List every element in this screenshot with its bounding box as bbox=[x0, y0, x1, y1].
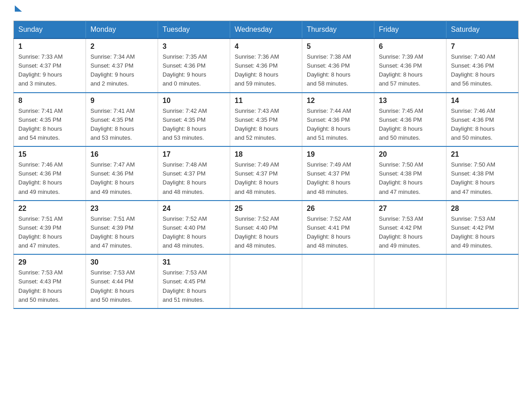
day-info: Sunrise: 7:53 AMSunset: 4:45 PMDaylight:… bbox=[163, 268, 225, 304]
day-info: Sunrise: 7:39 AMSunset: 4:36 PMDaylight:… bbox=[379, 52, 442, 89]
day-number: 26 bbox=[307, 205, 369, 213]
day-number: 11 bbox=[235, 97, 297, 105]
day-number: 28 bbox=[451, 205, 514, 213]
day-number: 2 bbox=[90, 43, 153, 51]
calendar-cell: 7Sunrise: 7:40 AMSunset: 4:36 PMDaylight… bbox=[446, 39, 519, 93]
weekday-header-monday: Monday bbox=[86, 21, 158, 39]
day-number: 23 bbox=[90, 205, 153, 213]
day-info: Sunrise: 7:33 AMSunset: 4:37 PMDaylight:… bbox=[18, 52, 81, 89]
day-number: 13 bbox=[379, 97, 442, 105]
day-number: 20 bbox=[379, 150, 442, 158]
day-number: 17 bbox=[163, 150, 225, 158]
day-info: Sunrise: 7:46 AMSunset: 4:36 PMDaylight:… bbox=[451, 107, 514, 143]
day-info: Sunrise: 7:47 AMSunset: 4:36 PMDaylight:… bbox=[90, 160, 153, 197]
day-info: Sunrise: 7:38 AMSunset: 4:36 PMDaylight:… bbox=[307, 52, 369, 89]
calendar-cell: 4Sunrise: 7:36 AMSunset: 4:36 PMDaylight… bbox=[230, 39, 302, 93]
weekday-header-sunday: Sunday bbox=[14, 21, 86, 39]
calendar-cell bbox=[446, 254, 519, 308]
day-number: 8 bbox=[18, 97, 81, 105]
day-info: Sunrise: 7:50 AMSunset: 4:38 PMDaylight:… bbox=[451, 160, 514, 197]
calendar-cell: 13Sunrise: 7:45 AMSunset: 4:36 PMDayligh… bbox=[374, 93, 446, 147]
day-info: Sunrise: 7:43 AMSunset: 4:35 PMDaylight:… bbox=[235, 107, 297, 143]
day-number: 18 bbox=[235, 150, 297, 158]
calendar-cell: 2Sunrise: 7:34 AMSunset: 4:37 PMDaylight… bbox=[86, 39, 158, 93]
calendar-cell: 17Sunrise: 7:48 AMSunset: 4:37 PMDayligh… bbox=[158, 146, 230, 201]
day-number: 3 bbox=[163, 43, 225, 51]
day-number: 12 bbox=[307, 97, 369, 105]
calendar-cell: 12Sunrise: 7:44 AMSunset: 4:36 PMDayligh… bbox=[302, 93, 374, 147]
day-info: Sunrise: 7:53 AMSunset: 4:44 PMDaylight:… bbox=[90, 268, 153, 304]
calendar-cell: 28Sunrise: 7:53 AMSunset: 4:42 PMDayligh… bbox=[446, 201, 519, 255]
logo-triangle-icon bbox=[15, 5, 22, 12]
day-number: 22 bbox=[18, 205, 81, 213]
day-info: Sunrise: 7:53 AMSunset: 4:42 PMDaylight:… bbox=[451, 214, 514, 251]
calendar-cell: 29Sunrise: 7:53 AMSunset: 4:43 PMDayligh… bbox=[14, 254, 86, 308]
day-info: Sunrise: 7:48 AMSunset: 4:37 PMDaylight:… bbox=[163, 160, 225, 197]
calendar-cell: 9Sunrise: 7:41 AMSunset: 4:35 PMDaylight… bbox=[86, 93, 158, 147]
day-info: Sunrise: 7:52 AMSunset: 4:41 PMDaylight:… bbox=[307, 214, 369, 251]
calendar-cell: 1Sunrise: 7:33 AMSunset: 4:37 PMDaylight… bbox=[14, 39, 86, 93]
calendar-table: SundayMondayTuesdayWednesdayThursdayFrid… bbox=[13, 21, 519, 309]
logo bbox=[13, 9, 22, 12]
calendar-cell: 21Sunrise: 7:50 AMSunset: 4:38 PMDayligh… bbox=[446, 146, 519, 201]
day-info: Sunrise: 7:40 AMSunset: 4:36 PMDaylight:… bbox=[451, 52, 514, 89]
day-number: 5 bbox=[307, 43, 369, 51]
weekday-header-wednesday: Wednesday bbox=[230, 21, 302, 39]
day-number: 6 bbox=[379, 43, 442, 51]
calendar-cell: 31Sunrise: 7:53 AMSunset: 4:45 PMDayligh… bbox=[158, 254, 230, 308]
day-number: 15 bbox=[18, 150, 81, 158]
day-number: 1 bbox=[18, 43, 81, 51]
calendar-cell: 18Sunrise: 7:49 AMSunset: 4:37 PMDayligh… bbox=[230, 146, 302, 201]
day-info: Sunrise: 7:44 AMSunset: 4:36 PMDaylight:… bbox=[307, 107, 369, 143]
day-info: Sunrise: 7:45 AMSunset: 4:36 PMDaylight:… bbox=[379, 107, 442, 143]
day-number: 19 bbox=[307, 150, 369, 158]
day-number: 7 bbox=[451, 43, 514, 51]
calendar-cell: 11Sunrise: 7:43 AMSunset: 4:35 PMDayligh… bbox=[230, 93, 302, 147]
day-info: Sunrise: 7:53 AMSunset: 4:43 PMDaylight:… bbox=[18, 268, 81, 304]
calendar-cell: 26Sunrise: 7:52 AMSunset: 4:41 PMDayligh… bbox=[302, 201, 374, 255]
calendar-cell: 22Sunrise: 7:51 AMSunset: 4:39 PMDayligh… bbox=[14, 201, 86, 255]
day-info: Sunrise: 7:51 AMSunset: 4:39 PMDaylight:… bbox=[90, 214, 153, 251]
calendar-week-row: 1Sunrise: 7:33 AMSunset: 4:37 PMDaylight… bbox=[14, 39, 519, 93]
day-info: Sunrise: 7:41 AMSunset: 4:35 PMDaylight:… bbox=[90, 107, 153, 143]
calendar-cell: 24Sunrise: 7:52 AMSunset: 4:40 PMDayligh… bbox=[158, 201, 230, 255]
calendar-header-row: SundayMondayTuesdayWednesdayThursdayFrid… bbox=[14, 21, 519, 39]
weekday-header-saturday: Saturday bbox=[446, 21, 519, 39]
day-info: Sunrise: 7:53 AMSunset: 4:42 PMDaylight:… bbox=[379, 214, 442, 251]
page-header bbox=[13, 9, 519, 12]
day-number: 16 bbox=[90, 150, 153, 158]
calendar-cell: 14Sunrise: 7:46 AMSunset: 4:36 PMDayligh… bbox=[446, 93, 519, 147]
day-number: 14 bbox=[451, 97, 514, 105]
calendar-cell: 10Sunrise: 7:42 AMSunset: 4:35 PMDayligh… bbox=[158, 93, 230, 147]
day-number: 30 bbox=[90, 258, 153, 266]
calendar-cell: 5Sunrise: 7:38 AMSunset: 4:36 PMDaylight… bbox=[302, 39, 374, 93]
day-number: 29 bbox=[18, 258, 81, 266]
day-info: Sunrise: 7:50 AMSunset: 4:38 PMDaylight:… bbox=[379, 160, 442, 197]
calendar-cell: 8Sunrise: 7:41 AMSunset: 4:35 PMDaylight… bbox=[14, 93, 86, 147]
day-number: 24 bbox=[163, 205, 225, 213]
day-info: Sunrise: 7:46 AMSunset: 4:36 PMDaylight:… bbox=[18, 160, 81, 197]
calendar-cell bbox=[230, 254, 302, 308]
calendar-cell bbox=[302, 254, 374, 308]
day-info: Sunrise: 7:41 AMSunset: 4:35 PMDaylight:… bbox=[18, 107, 81, 143]
calendar-week-row: 22Sunrise: 7:51 AMSunset: 4:39 PMDayligh… bbox=[14, 201, 519, 255]
calendar-cell: 23Sunrise: 7:51 AMSunset: 4:39 PMDayligh… bbox=[86, 201, 158, 255]
day-info: Sunrise: 7:51 AMSunset: 4:39 PMDaylight:… bbox=[18, 214, 81, 251]
day-number: 4 bbox=[235, 43, 297, 51]
calendar-week-row: 29Sunrise: 7:53 AMSunset: 4:43 PMDayligh… bbox=[14, 254, 519, 308]
calendar-week-row: 15Sunrise: 7:46 AMSunset: 4:36 PMDayligh… bbox=[14, 146, 519, 201]
day-info: Sunrise: 7:35 AMSunset: 4:36 PMDaylight:… bbox=[163, 52, 225, 89]
day-number: 31 bbox=[163, 258, 225, 266]
calendar-cell: 15Sunrise: 7:46 AMSunset: 4:36 PMDayligh… bbox=[14, 146, 86, 201]
calendar-cell bbox=[374, 254, 446, 308]
calendar-cell: 27Sunrise: 7:53 AMSunset: 4:42 PMDayligh… bbox=[374, 201, 446, 255]
weekday-header-thursday: Thursday bbox=[302, 21, 374, 39]
day-info: Sunrise: 7:34 AMSunset: 4:37 PMDaylight:… bbox=[90, 52, 153, 89]
calendar-cell: 16Sunrise: 7:47 AMSunset: 4:36 PMDayligh… bbox=[86, 146, 158, 201]
day-info: Sunrise: 7:52 AMSunset: 4:40 PMDaylight:… bbox=[163, 214, 225, 251]
day-number: 25 bbox=[235, 205, 297, 213]
calendar-cell: 30Sunrise: 7:53 AMSunset: 4:44 PMDayligh… bbox=[86, 254, 158, 308]
weekday-header-tuesday: Tuesday bbox=[158, 21, 230, 39]
calendar-cell: 25Sunrise: 7:52 AMSunset: 4:40 PMDayligh… bbox=[230, 201, 302, 255]
calendar-cell: 6Sunrise: 7:39 AMSunset: 4:36 PMDaylight… bbox=[374, 39, 446, 93]
